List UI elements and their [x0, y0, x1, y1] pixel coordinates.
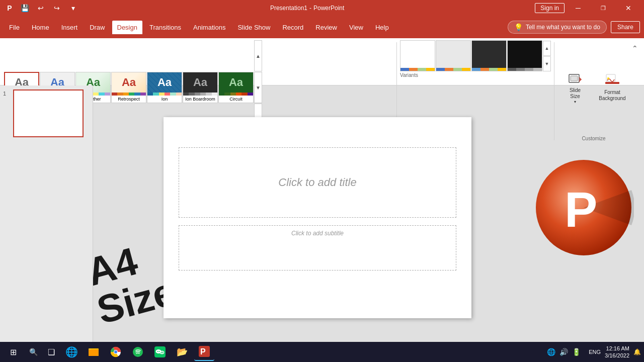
menu-right: 💡 Tell me what you want to do Share [508, 21, 640, 34]
variants-scroll-down[interactable]: ▼ [543, 56, 551, 71]
menu-view[interactable]: View [344, 21, 368, 34]
themes-scroll-up[interactable]: ▲ [254, 40, 262, 71]
taskbar-edge[interactable]: 🌐 [61, 343, 82, 361]
taskbar-system-icons: 🌐 🔊 🔋 [543, 348, 585, 356]
variant-2[interactable] [436, 40, 471, 71]
start-button[interactable]: ⊞ [3, 344, 23, 360]
taskbar-right: 🌐 🔊 🔋 ENG 12:16 AM 3/16/2022 🔔 [543, 345, 641, 359]
powerpoint-logo: P [533, 157, 634, 258]
slide-size-icon [567, 71, 583, 87]
tell-me-input[interactable]: 💡 Tell me what you want to do [508, 21, 607, 34]
variants-scroll-up[interactable]: ▲ [543, 41, 551, 56]
svg-point-4 [607, 77, 609, 79]
menu-help[interactable]: Help [370, 21, 394, 34]
svg-point-17 [160, 351, 165, 354]
menu-design[interactable]: Design [112, 21, 142, 34]
filename: Presentation1 [270, 5, 307, 12]
svg-text:P: P [565, 182, 597, 237]
taskbar-spotify[interactable] [128, 343, 148, 361]
lightbulb-icon: 💡 [514, 23, 523, 31]
more-qat-button[interactable]: ▾ [66, 2, 79, 15]
menu-slideshow[interactable]: Slide Show [232, 21, 275, 34]
slide-thumbnail[interactable] [13, 89, 84, 137]
variant-2-colors [436, 68, 470, 71]
svg-point-14 [133, 347, 143, 357]
taskbar-lang[interactable]: ENG [589, 349, 601, 355]
variant-1-colors [400, 68, 435, 71]
slide-thumb-1: 1 [3, 89, 90, 137]
save-qat-button[interactable]: 💾 [18, 2, 31, 15]
menu-draw[interactable]: Draw [85, 21, 110, 34]
share-button[interactable]: Share [611, 21, 640, 33]
variant-4[interactable] [507, 40, 542, 71]
taskbar-powerpoint[interactable]: P [194, 343, 214, 361]
svg-point-13 [114, 350, 117, 353]
svg-rect-1 [571, 76, 578, 81]
menu-transitions[interactable]: Transitions [144, 21, 186, 34]
titlebar-right: Sign in ─ ❐ ✕ [535, 0, 640, 16]
svg-text:P: P [200, 347, 206, 356]
taskbar-date: 3/16/2022 [605, 352, 629, 359]
ribbon-collapse-button[interactable]: ⌃ [630, 42, 640, 54]
menu-home[interactable]: Home [27, 21, 54, 34]
slide-subtitle-box[interactable]: Click to add subtitle [179, 225, 456, 270]
variants-scroll: ▲ ▼ [543, 41, 551, 71]
menubar: File Home Insert Draw Design Transitions… [0, 16, 644, 38]
variants-row: ▲ ▼ [400, 40, 551, 71]
redo-button[interactable]: ↪ [50, 2, 63, 15]
variant-3[interactable] [471, 40, 507, 71]
app-name: PowerPoint [313, 5, 344, 12]
variant-4-colors [508, 68, 542, 71]
svg-rect-5 [605, 82, 619, 84]
menu-animations[interactable]: Animations [188, 21, 230, 34]
variant-3-colors [472, 68, 506, 71]
theme-5-aa: Aa [157, 76, 172, 89]
taskbar-explorer[interactable] [84, 343, 104, 361]
ribbon: Aa Office Aa [0, 38, 644, 85]
variant-1[interactable] [400, 40, 435, 71]
app-icon: P [4, 3, 15, 14]
taskbar: ⊞ 🔍 ❑ 🌐 [0, 342, 644, 362]
network-icon[interactable]: 🌐 [547, 348, 555, 356]
menu-record[interactable]: Record [277, 21, 308, 34]
battery-icon[interactable]: 🔋 [572, 348, 581, 356]
taskbar-chrome[interactable] [106, 343, 126, 361]
main-area: 1 A4Size Click to add title Click to add… [0, 85, 644, 350]
menu-file[interactable]: File [4, 21, 25, 34]
minimize-button[interactable]: ─ [567, 0, 590, 16]
signin-button[interactable]: Sign in [535, 3, 565, 13]
taskbar-time: 12:16 AM [606, 345, 629, 352]
slide-title-placeholder: Click to add title [278, 176, 356, 189]
titlebar: P 💾 ↩ ↪ ▾ Presentation1 - PowerPoint Sig… [0, 0, 644, 16]
taskbar-files[interactable]: 📂 [172, 343, 192, 361]
menu-insert[interactable]: Insert [56, 21, 83, 34]
separator: - [309, 5, 311, 12]
restore-button[interactable]: ❐ [592, 0, 615, 16]
taskbar-wechat[interactable] [150, 343, 170, 361]
slide-panel: 1 [0, 85, 93, 350]
taskbar-clock[interactable]: 12:16 AM 3/16/2022 [605, 345, 629, 359]
svg-point-18 [157, 351, 158, 352]
svg-rect-10 [89, 349, 99, 356]
notification-icon[interactable]: 🔔 [633, 348, 641, 355]
task-view-button[interactable]: ❑ [43, 344, 59, 360]
volume-icon[interactable]: 🔊 [559, 348, 568, 356]
search-button[interactable]: 🔍 [25, 344, 41, 360]
svg-point-20 [161, 352, 162, 353]
slide-subtitle-placeholder: Click to add subtitle [291, 230, 344, 237]
titlebar-left: P 💾 ↩ ↪ ▾ [4, 2, 79, 15]
titlebar-center: Presentation1 - PowerPoint [270, 5, 344, 12]
slide-title-box[interactable]: Click to add title [179, 147, 456, 218]
taskbar-apps: 🌐 [61, 343, 214, 361]
slide-number: 1 [3, 89, 10, 97]
undo-button[interactable]: ↩ [34, 2, 47, 15]
variants-label: Variants [400, 71, 551, 79]
menu-review[interactable]: Review [310, 21, 342, 34]
svg-point-21 [163, 352, 164, 353]
canvas-area: A4Size Click to add title Click to add s… [93, 85, 644, 350]
close-button[interactable]: ✕ [617, 0, 640, 16]
tell-me-label: Tell me what you want to do [526, 24, 600, 31]
svg-point-19 [159, 351, 160, 352]
slide-canvas[interactable]: Click to add title Click to add subtitle [164, 117, 471, 318]
